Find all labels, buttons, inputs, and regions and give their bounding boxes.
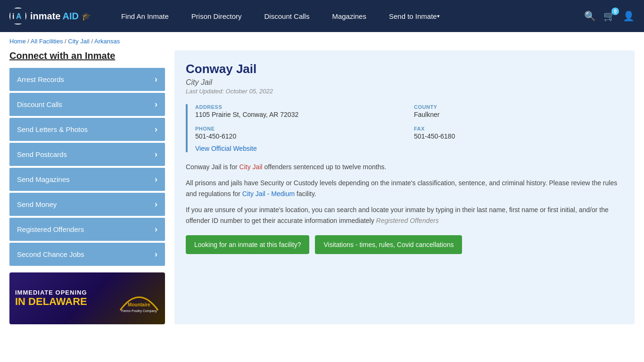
facility-content: Conway Jail City Jail Last Updated: Octo… (174, 50, 635, 324)
sidebar-menu: Arrest Records › Discount Calls › Send L… (9, 68, 165, 266)
chevron-right-icon-1: › (155, 99, 157, 109)
logo-aid: AID (62, 11, 78, 22)
main-content: Connect with an Inmate Arrest Records › … (0, 50, 644, 334)
header: i A inmate AID 🎓 Find An Inmate Prison D… (0, 0, 644, 32)
logo-area: i A inmate AID 🎓 (9, 8, 91, 25)
breadcrumb-arkansas[interactable]: Arkansas (94, 38, 120, 45)
fax-value: 501-450-6180 (414, 132, 623, 140)
nav-discount-calls[interactable]: Discount Calls (253, 0, 321, 32)
sidebar-label-send-money: Send Money (17, 200, 57, 208)
county-label: COUNTY (414, 104, 623, 110)
phone-value: 501-450-6120 (195, 132, 405, 140)
chevron-right-icon-5: › (155, 199, 157, 209)
nav-magazines[interactable]: Magazines (321, 0, 378, 32)
sidebar-label-send-letters: Send Letters & Photos (17, 125, 88, 133)
sidebar-label-arrest-records: Arrest Records (17, 75, 64, 83)
sidebar-item-second-chance-jobs[interactable]: Second Chance Jobs › (9, 243, 165, 266)
chevron-right-icon-3: › (155, 149, 157, 159)
sidebar-label-send-magazines: Send Magazines (17, 175, 70, 183)
desc1-text: Conway Jail is for (186, 163, 239, 171)
nav-find-inmate[interactable]: Find An Inmate (110, 0, 180, 32)
svg-text:Mountaire: Mountaire (128, 302, 150, 307)
logo-hat-icon: 🎓 (82, 12, 91, 21)
website-link[interactable]: View Official Website (195, 145, 257, 152)
facility-updated: Last Updated: October 05, 2022 (186, 88, 623, 95)
visitations-button[interactable]: Visitations - times, rules, Covid cancel… (315, 235, 462, 254)
facility-name: Conway Jail (186, 62, 623, 76)
nav-send-to-inmate[interactable]: Send to Inmate (378, 0, 451, 32)
sidebar-label-send-postcards: Send Postcards (17, 150, 67, 158)
desc2-rest: facility. (295, 190, 316, 197)
info-grid: ADDRESS 1105 Prairie St, Conway, AR 7203… (195, 104, 623, 140)
ad-logo-area: Mountaire Farms Poultry Company (118, 282, 160, 315)
chevron-right-icon-6: › (155, 224, 157, 234)
logo-icon: i A (9, 8, 26, 25)
sidebar: Connect with an Inmate Arrest Records › … (9, 50, 165, 324)
sidebar-item-send-magazines[interactable]: Send Magazines › (9, 168, 165, 191)
sidebar-item-send-letters[interactable]: Send Letters & Photos › (9, 118, 165, 141)
sidebar-label-second-chance-jobs: Second Chance Jobs (17, 250, 84, 258)
fax-block: FAX 501-450-6180 (414, 126, 623, 140)
sidebar-item-discount-calls[interactable]: Discount Calls › (9, 93, 165, 116)
sidebar-item-send-money[interactable]: Send Money › (9, 193, 165, 216)
action-buttons: Looking for an inmate at this facility? … (186, 235, 623, 254)
main-nav: Find An Inmate Prison Directory Discount… (110, 0, 584, 32)
phone-block: PHONE 501-450-6120 (195, 126, 405, 140)
chevron-right-icon-0: › (155, 74, 157, 84)
fax-label: FAX (414, 126, 623, 132)
breadcrumb: Home / All Facilities / City Jail / Arka… (0, 32, 644, 50)
nav-prison-directory[interactable]: Prison Directory (180, 0, 253, 32)
breadcrumb-all-facilities[interactable]: All Facilities (31, 38, 63, 45)
phone-label: PHONE (195, 126, 405, 132)
desc2-medium-link[interactable]: City Jail - Medium (242, 190, 295, 197)
sidebar-label-registered-offenders: Registered Offenders (17, 225, 84, 233)
chevron-right-icon-4: › (155, 174, 157, 184)
address-value: 1105 Prairie St, Conway, AR 72032 (195, 111, 405, 118)
header-icons: 🔍 🛒 0 👤 (584, 10, 635, 22)
info-section: ADDRESS 1105 Prairie St, Conway, AR 7203… (186, 104, 623, 152)
sidebar-item-arrest-records[interactable]: Arrest Records › (9, 68, 165, 91)
sidebar-title: Connect with an Inmate (9, 50, 165, 61)
cart-badge: 0 (611, 8, 619, 15)
logo-brand: inmate AID 🎓 (30, 11, 91, 22)
user-icon[interactable]: 👤 (623, 10, 635, 22)
facility-type: City Jail (186, 78, 623, 87)
chevron-right-icon-7: › (155, 249, 157, 259)
breadcrumb-home[interactable]: Home (9, 38, 26, 45)
ad-text: IMMEDIATE OPENING IN DELAWARE (15, 289, 87, 307)
ad-line2: IN DELAWARE (15, 296, 87, 307)
county-value: Faulkner (414, 111, 623, 118)
ad-mountain-logo: Mountaire Farms Poultry Company (118, 282, 160, 315)
description-2: All prisons and jails have Security or C… (186, 178, 623, 199)
sidebar-item-registered-offenders[interactable]: Registered Offenders › (9, 218, 165, 241)
breadcrumb-city-jail[interactable]: City Jail (68, 38, 90, 45)
svg-text:A: A (16, 12, 22, 20)
address-block: ADDRESS 1105 Prairie St, Conway, AR 7203… (195, 104, 405, 118)
chevron-right-icon-2: › (155, 124, 157, 134)
search-icon[interactable]: 🔍 (584, 10, 596, 22)
desc3-registered-link[interactable]: Registered Offenders (376, 217, 439, 224)
cart-icon[interactable]: 🛒 0 (603, 10, 615, 22)
desc1-rest: offenders sentenced up to twelve months. (263, 163, 387, 171)
svg-text:Farms Poultry Company: Farms Poultry Company (121, 309, 157, 313)
address-label: ADDRESS (195, 104, 405, 110)
ad-line1: IMMEDIATE OPENING (15, 289, 87, 296)
svg-text:i: i (12, 12, 14, 20)
desc1-city-jail-link[interactable]: City Jail (239, 163, 263, 171)
logo-inmate: inmate (30, 11, 60, 22)
ad-banner[interactable]: IMMEDIATE OPENING IN DELAWARE Mountaire … (9, 272, 165, 324)
find-inmate-button[interactable]: Looking for an inmate at this facility? (186, 235, 309, 254)
sidebar-label-discount-calls: Discount Calls (17, 100, 62, 108)
sidebar-item-send-postcards[interactable]: Send Postcards › (9, 143, 165, 166)
description-3: If you are unsure of your inmate's locat… (186, 205, 623, 226)
description-1: Conway Jail is for City Jail offenders s… (186, 162, 623, 172)
county-block: COUNTY Faulkner (414, 104, 623, 118)
